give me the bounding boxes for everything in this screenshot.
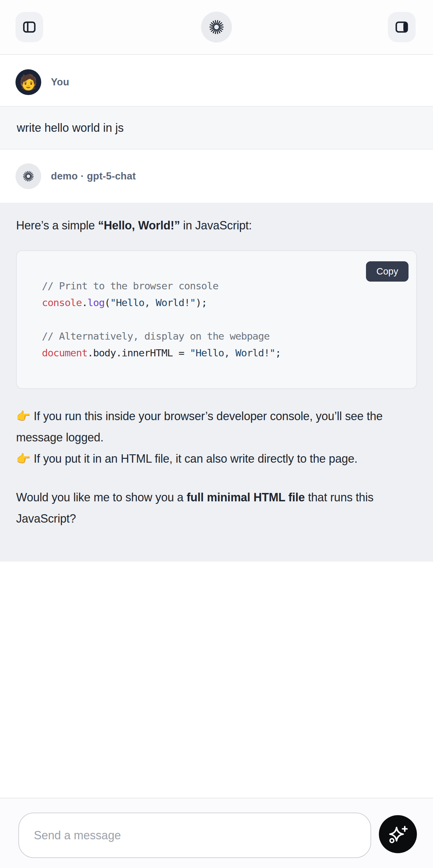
user-turn-header: 🧑 You [0, 55, 433, 106]
sparkle-icon [387, 824, 408, 845]
user-avatar-emoji: 🧑 [19, 75, 37, 90]
assistant-paragraph-question: Would you like me to show you a full min… [16, 487, 417, 529]
code-block: Copy // Print to the browser console con… [16, 250, 417, 389]
user-message-text: write hello world in js [17, 121, 124, 135]
assistant-sender-label: demo · gpt-5-chat [51, 170, 136, 182]
chat-screen: 🧑 You write hello world in js demo · gpt… [0, 0, 433, 868]
chat-empty-space [0, 562, 433, 798]
copy-button[interactable]: Copy [366, 261, 408, 282]
panel-right-toggle-button[interactable] [388, 12, 415, 42]
user-message: write hello world in js [0, 106, 433, 150]
starburst-icon [208, 19, 225, 36]
code-content: // Print to the browser console console.… [17, 251, 416, 388]
top-bar [0, 0, 433, 55]
composer-bar [0, 798, 433, 868]
assistant-paragraph-intro: Here’s a simple “Hello, World!” in JavaS… [16, 215, 417, 236]
starburst-icon [22, 170, 35, 183]
user-sender-label: You [51, 76, 69, 88]
assistant-avatar [16, 163, 41, 189]
assistant-turn-header: demo · gpt-5-chat [0, 150, 433, 203]
message-input[interactable] [18, 813, 371, 858]
send-button[interactable] [379, 815, 417, 853]
panel-right-icon [394, 19, 409, 35]
sidebar-toggle-button[interactable] [16, 12, 43, 42]
assistant-paragraph-tips: 👉 If you run this inside your browser’s … [16, 406, 417, 469]
panel-left-icon [22, 19, 37, 35]
app-logo-button[interactable] [201, 11, 232, 42]
assistant-message: Here’s a simple “Hello, World!” in JavaS… [0, 203, 433, 562]
user-avatar: 🧑 [16, 69, 41, 95]
